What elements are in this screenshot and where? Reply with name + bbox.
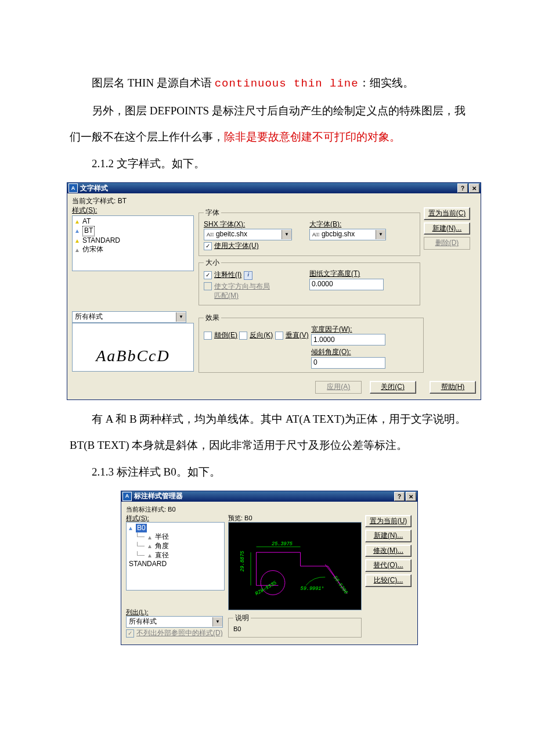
override-button[interactable]: 替代(O)... bbox=[365, 559, 412, 572]
style-icon: ▲ bbox=[74, 246, 80, 254]
delete-button: 删除(D) bbox=[424, 237, 470, 250]
close-button[interactable]: ✕ bbox=[406, 492, 416, 501]
match-layout-check: 使文字方向与布局 匹配(M) bbox=[204, 282, 270, 300]
dim-top: 25.3975 bbox=[272, 541, 293, 547]
section-2-1-3: 2.1.3 标注样式 B0。如下。 bbox=[70, 459, 470, 485]
preview-label: 预览: B0 bbox=[228, 514, 362, 522]
chevron-down-icon: ▼ bbox=[176, 312, 186, 322]
new-button[interactable]: 新建(N)... bbox=[424, 222, 470, 235]
chevron-down-icon: ▼ bbox=[282, 230, 291, 239]
list-label: 列出(L): bbox=[126, 608, 225, 616]
section-2-1-2: 2.1.2 文字样式。如下。 bbox=[70, 150, 470, 177]
dim-diag: 50.5286 bbox=[332, 575, 349, 595]
oblique-input[interactable]: 0 bbox=[311, 357, 385, 369]
font-group: 字体 SHX 字体(X): A̲ͣ gbeitc.shx▼ ✓使用大字体(U) … bbox=[199, 208, 420, 256]
width-factor-input[interactable]: 1.0000 bbox=[311, 334, 385, 345]
help-button[interactable]: ? bbox=[394, 492, 405, 501]
upside-down-check[interactable]: 颠倒(E) bbox=[204, 331, 237, 340]
help2-button[interactable]: 帮助(H) bbox=[430, 381, 476, 394]
style-icon: ▲ bbox=[147, 534, 153, 541]
dialog-title: 标注样式管理器 bbox=[134, 492, 183, 501]
set-current-button[interactable]: 置为当前(C) bbox=[424, 207, 470, 220]
shx-font-label: SHX 字体(X): bbox=[204, 220, 309, 229]
app-icon: A bbox=[122, 492, 132, 501]
apply-button: 应用(A) bbox=[315, 381, 362, 394]
current-style-label: 当前文字样式: BT bbox=[72, 197, 476, 206]
dim-style-dialog: A 标注样式管理器 ? ✕ 当前标注样式: B0 样式(S): ▲B0 └─▲半… bbox=[121, 491, 418, 645]
size-group: 大小 ✓注释性(I) i 使文字方向与布局 匹配(M) 图纸文字高度(T) 0.… bbox=[199, 258, 420, 305]
effects-group: 效果 颠倒(E) 反向(K) 垂直(V) 宽度因子(W): 1.0000 倾斜角… bbox=[199, 314, 424, 373]
style-icon: ▲ bbox=[74, 227, 80, 235]
help-button[interactable]: ? bbox=[457, 183, 468, 193]
height-input[interactable]: 0.0000 bbox=[309, 279, 384, 290]
use-bigfont-check[interactable]: ✓使用大字体(U) bbox=[204, 242, 259, 251]
chevron-down-icon: ▼ bbox=[376, 230, 385, 239]
style-filter-combo[interactable]: 所有样式▼ bbox=[72, 311, 186, 323]
chevron-down-icon: ▼ bbox=[212, 617, 222, 627]
desc-text: B0 bbox=[233, 625, 356, 633]
text-style-dialog: A 文字样式 ? ✕ 当前文字样式: BT 样式(S): ▲AT ▲BT ▲ST… bbox=[67, 182, 481, 399]
oblique-label: 倾斜角度(O): bbox=[311, 348, 418, 357]
dim-ang: 59.9991° bbox=[301, 586, 324, 592]
close2-button[interactable]: 关闭(C) bbox=[370, 381, 416, 394]
style-list[interactable]: ▲AT ▲BT ▲STANDARD ▲仿宋体 bbox=[72, 215, 194, 271]
paragraph-defpoints: 另外，图层 DEFPOINTS 是标注尺寸后自动产生的绘制定义点的特殊图层，我们… bbox=[70, 98, 470, 150]
close-button[interactable]: ✕ bbox=[469, 183, 479, 193]
desc-group: 说明 B0 bbox=[228, 614, 362, 638]
style-icon: ▲ bbox=[128, 524, 134, 532]
titlebar: A 文字样式 ? ✕ bbox=[67, 183, 481, 193]
dim-preview: 25.3975 29.8875 R20.1135 59.9991° 50.528… bbox=[228, 522, 362, 610]
info-icon[interactable]: i bbox=[244, 271, 252, 280]
styles-label: 样式(S): bbox=[72, 206, 194, 215]
dim-style-tree[interactable]: ▲B0 └─▲半径 └─▲角度 └─▲直径 STANDARD bbox=[126, 522, 225, 591]
no-external-check: ✓不列出外部参照中的样式(D) bbox=[126, 629, 223, 638]
dim-left: 29.8875 bbox=[240, 550, 246, 571]
new-button[interactable]: 新建(N)... bbox=[365, 530, 412, 542]
style-icon: ▲ bbox=[147, 542, 153, 550]
compare-button[interactable]: 比较(C)... bbox=[365, 574, 412, 587]
style-icon: ▲ bbox=[74, 237, 80, 244]
bigfont-label: 大字体(B): bbox=[309, 220, 415, 229]
dim-arc: R20.1135 bbox=[254, 580, 278, 597]
style-icon: ▲ bbox=[147, 552, 153, 559]
annotative-check[interactable]: ✓注释性(I) i bbox=[204, 271, 252, 280]
paragraph-styles-ab: 有 A 和 B 两种样式，均为单线体。其中 AT(A TEXT)为正体，用于文字… bbox=[70, 406, 470, 459]
height-label: 图纸文字高度(T) bbox=[309, 269, 415, 279]
width-factor-label: 宽度因子(W): bbox=[311, 325, 418, 334]
app-icon: A bbox=[68, 183, 78, 193]
list-combo[interactable]: 所有样式▼ bbox=[126, 616, 223, 628]
shx-font-combo[interactable]: A̲ͣ gbeitc.shx▼ bbox=[204, 229, 292, 240]
current-dim-label: 当前标注样式: B0 bbox=[126, 505, 413, 513]
bigfont-combo[interactable]: A̲ͣ gbcbig.shx▼ bbox=[309, 229, 386, 240]
set-current-button[interactable]: 置为当前(U) bbox=[365, 515, 412, 528]
style-icon: ▲ bbox=[74, 218, 80, 225]
backwards-check[interactable]: 反向(K) bbox=[239, 331, 273, 340]
preview-box: AaBbCcD bbox=[72, 323, 194, 372]
modify-button[interactable]: 修改(M)... bbox=[365, 545, 412, 557]
titlebar: A 标注样式管理器 ? ✕ bbox=[121, 491, 417, 502]
styles-label: 样式(S): bbox=[126, 514, 225, 522]
paragraph-thin: 图层名 THIN 是源自术语 continuous thin line：细实线。 bbox=[70, 70, 470, 98]
dialog-title: 文字样式 bbox=[80, 184, 108, 193]
vertical-check[interactable]: 垂直(V) bbox=[275, 331, 309, 340]
